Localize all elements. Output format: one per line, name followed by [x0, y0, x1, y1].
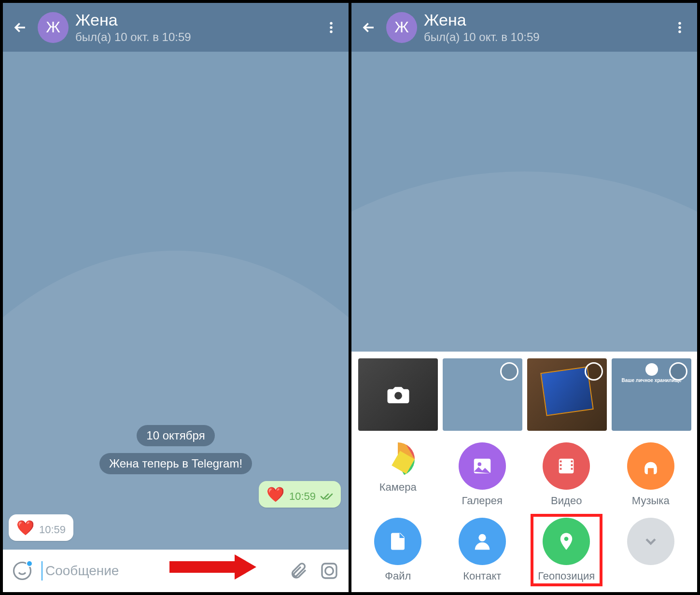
svg-point-6: [678, 22, 681, 25]
svg-point-20: [564, 537, 569, 541]
chat-header: Ж Жена был(а) 10 окт. в 10:59: [3, 3, 349, 52]
attach-contact[interactable]: Контакт: [443, 515, 522, 585]
select-circle-icon[interactable]: [669, 362, 687, 381]
svg-point-19: [478, 534, 486, 541]
input-bar: [3, 550, 349, 592]
contact-name: Жена: [424, 11, 662, 29]
svg-rect-4: [322, 564, 336, 578]
svg-rect-15: [560, 468, 562, 470]
message-input[interactable]: [42, 561, 279, 581]
attach-options-grid: Камера Галерея Видео Музыка Файл Контакт: [358, 439, 690, 585]
contact-name: Жена: [75, 11, 314, 29]
chat-screen-with-attach: Ж Жена был(а) 10 окт. в 10:59 Ваше лично…: [351, 3, 697, 592]
message-outgoing[interactable]: ❤️ 10:59: [259, 481, 341, 508]
more-menu-button[interactable]: [321, 17, 342, 38]
photo-thumbnail[interactable]: Ваше личное хранилище: [612, 358, 691, 431]
chat-header: Ж Жена был(а) 10 окт. в 10:59: [351, 3, 697, 52]
message-time: 10:59: [289, 490, 316, 503]
heart-emoji: ❤️: [16, 519, 34, 536]
back-button[interactable]: [358, 17, 379, 38]
heart-emoji: ❤️: [266, 486, 284, 503]
cloud-icon: [645, 363, 658, 376]
camera-thumbnail[interactable]: [358, 358, 438, 431]
camera-button[interactable]: [318, 559, 341, 582]
camera-shutter-icon: [381, 442, 415, 476]
contact-status: был(а) 10 окт. в 10:59: [75, 30, 314, 44]
contact-avatar[interactable]: Ж: [386, 12, 417, 43]
video-icon: [543, 442, 590, 490]
svg-point-7: [678, 26, 681, 29]
date-chip: 10 октября: [137, 425, 214, 446]
svg-point-1: [330, 26, 333, 29]
chat-screen: Ж Жена был(а) 10 окт. в 10:59 10 октября…: [3, 3, 349, 592]
contact-icon: [459, 518, 506, 565]
chat-body[interactable]: 10 октября Жена теперь в Telegram! ❤️ 10…: [3, 52, 349, 550]
svg-point-8: [678, 30, 681, 33]
contact-status: был(а) 10 окт. в 10:59: [424, 30, 662, 44]
photo-thumbnail[interactable]: [527, 358, 607, 431]
svg-rect-16: [571, 461, 573, 463]
more-thumbnails-strip[interactable]: ☁🔒✉📞: [696, 358, 697, 431]
svg-point-0: [330, 22, 333, 25]
attach-collapse[interactable]: [611, 515, 691, 585]
notification-badge: [26, 560, 33, 567]
message-incoming[interactable]: ❤️ 10:59: [9, 514, 73, 541]
svg-point-2: [330, 30, 333, 33]
header-text[interactable]: Жена был(а) 10 окт. в 10:59: [75, 11, 314, 44]
message-time: 10:59: [39, 524, 66, 536]
attach-camera[interactable]: Камера: [358, 439, 438, 510]
svg-rect-17: [571, 464, 573, 466]
service-message: Жена теперь в Telegram!: [99, 453, 252, 474]
svg-point-11: [477, 462, 481, 466]
header-text[interactable]: Жена был(а) 10 окт. в 10:59: [424, 11, 662, 44]
attach-file[interactable]: Файл: [358, 515, 438, 585]
svg-rect-13: [560, 461, 562, 463]
attach-music[interactable]: Музыка: [611, 439, 691, 510]
select-circle-icon[interactable]: [500, 362, 518, 381]
file-icon: [374, 518, 421, 565]
attach-video[interactable]: Видео: [527, 439, 606, 510]
gallery-icon: [459, 442, 506, 490]
attach-panel: Ваше личное хранилище ☁🔒✉📞 Камера Галере…: [351, 352, 697, 592]
emoji-button[interactable]: [11, 559, 34, 582]
svg-rect-14: [560, 464, 562, 466]
chat-body[interactable]: [351, 52, 697, 352]
read-ticks-icon: [321, 492, 333, 503]
svg-rect-18: [571, 468, 573, 470]
select-circle-icon[interactable]: [585, 362, 603, 381]
music-icon: [627, 442, 674, 490]
attach-location[interactable]: Геопозиция: [527, 515, 606, 585]
attach-button[interactable]: [287, 559, 310, 582]
location-icon: [543, 518, 590, 565]
chevron-down-icon: [627, 518, 674, 565]
recent-photos-row[interactable]: Ваше личное хранилище ☁🔒✉📞: [358, 358, 690, 431]
svg-point-5: [325, 567, 334, 575]
back-button[interactable]: [10, 17, 31, 38]
contact-avatar[interactable]: Ж: [38, 12, 69, 43]
photo-thumbnail[interactable]: [443, 358, 522, 431]
svg-point-9: [394, 392, 402, 399]
attach-gallery[interactable]: Галерея: [443, 439, 522, 510]
more-menu-button[interactable]: [669, 17, 690, 38]
